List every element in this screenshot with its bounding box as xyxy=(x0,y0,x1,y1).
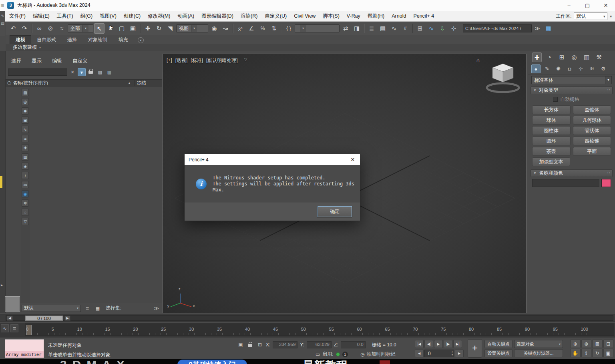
selection-lock-icon[interactable] xyxy=(247,342,254,348)
unlink-selection-icon[interactable]: ⊘ xyxy=(45,23,56,34)
isolate-grid-icon[interactable]: ▦ xyxy=(543,23,554,34)
viewport-shading-menu[interactable]: [默认明暗处理] xyxy=(206,57,238,64)
chevron-down-icon[interactable]: ▾ xyxy=(610,14,612,18)
maximize-viewport-icon[interactable]: ▣ xyxy=(603,349,614,357)
primitive-button[interactable]: 管状体 xyxy=(573,126,611,135)
menu-item[interactable]: 文件(F) xyxy=(6,11,29,21)
search-input[interactable] xyxy=(8,68,67,76)
helpers-category-icon[interactable]: ⊹ xyxy=(576,64,585,73)
selected-object-dropdown[interactable]: 选定对象 ▾ xyxy=(514,340,563,348)
create-tab-icon[interactable]: ✚ xyxy=(532,52,542,62)
display-lights-icon[interactable]: ✺ xyxy=(22,107,29,115)
absolute-mode-icon[interactable]: ⊞ xyxy=(256,342,263,348)
display-xrefs-icon[interactable]: ◈ xyxy=(22,163,29,170)
enabled-green-dot[interactable] xyxy=(336,352,340,356)
grid-list-icon[interactable]: ▦ xyxy=(94,305,102,312)
curve-editor-icon[interactable]: ∿ xyxy=(389,23,399,34)
object-color-swatch[interactable] xyxy=(601,179,611,187)
window-crossing-icon[interactable]: ▣ xyxy=(128,23,138,34)
edit-named-selection-sets-icon[interactable]: { } xyxy=(283,23,294,34)
percent-snap-icon[interactable]: % xyxy=(257,23,268,34)
utilities-tab-icon[interactable]: ⚒ xyxy=(594,52,604,62)
menu-item[interactable]: 视图(V) xyxy=(96,11,120,21)
spacewarps-category-icon[interactable]: ≋ xyxy=(587,64,597,73)
display-geometry-icon[interactable]: ◎ xyxy=(22,98,29,105)
mini-curve-editor-icon[interactable]: ∿ xyxy=(1,324,9,332)
object-name-field[interactable] xyxy=(532,179,599,187)
go-to-end-button[interactable]: ▶| xyxy=(453,340,462,348)
display-selection-icon[interactable]: ▽ xyxy=(22,218,29,225)
pen-tool-icon[interactable]: ✎ xyxy=(1,14,4,18)
display-tab-icon[interactable]: ▥ xyxy=(582,52,591,62)
display-shapes-icon[interactable]: ∿ xyxy=(22,126,29,133)
menu-item[interactable]: V-Ray xyxy=(343,11,364,21)
ribbon-tab[interactable]: 建模 xyxy=(10,35,31,44)
display-frozen-icon[interactable]: ❄ xyxy=(22,199,29,207)
selection-range-icon[interactable]: ≣ xyxy=(10,324,18,332)
x-coordinate-field[interactable]: 334.959 xyxy=(273,341,297,348)
geometry-category-icon[interactable]: ● xyxy=(531,64,541,73)
display-hidden-icon[interactable]: ◌ xyxy=(22,209,29,216)
modify-tab-icon[interactable]: ◔ xyxy=(545,52,554,62)
motion-tab-icon[interactable]: ◎ xyxy=(569,52,579,62)
name-column-header[interactable]: 名称(按升序排序) ▲ xyxy=(13,80,134,86)
select-object-icon[interactable]: ↖ xyxy=(94,23,105,34)
text-plus-button[interactable]: 加强型文本 xyxy=(532,157,570,166)
ribbon-tab[interactable]: 对象绘制 xyxy=(82,36,113,44)
current-frame-field[interactable]: 0 ▴▾ xyxy=(424,350,454,357)
key-filters-button[interactable]: 关键点过滤器... xyxy=(514,349,563,357)
select-and-rotate-icon[interactable]: ↻ xyxy=(154,23,164,34)
systems-category-icon[interactable]: ⚙ xyxy=(599,64,608,73)
next-frame-button[interactable]: ▶ xyxy=(455,350,464,357)
viewport-pov-menu[interactable]: [透视] xyxy=(175,57,188,64)
new-scene-explorer-icon[interactable]: ▤ xyxy=(96,68,104,76)
menu-item[interactable]: Pencil+ 4 xyxy=(410,11,438,21)
play-button[interactable]: ▶ xyxy=(434,340,443,348)
zoom-icon[interactable]: ⊕ xyxy=(570,340,581,348)
per-view-filter-icon[interactable]: ▽ xyxy=(244,57,247,64)
set-keys-button[interactable]: + xyxy=(468,339,482,358)
reference-coordinate-dropdown[interactable]: 视图 ▾ xyxy=(176,24,208,32)
select-and-scale-icon[interactable]: ◥ xyxy=(165,23,175,34)
previous-frame-button[interactable]: ◀ xyxy=(7,316,13,321)
primitive-button[interactable]: 几何球体 xyxy=(573,116,611,125)
menu-item[interactable]: 工具(T) xyxy=(53,11,77,21)
display-bones-icon[interactable]: ≀ xyxy=(22,172,29,179)
rectangular-selection-region-icon[interactable]: ▢ xyxy=(117,23,127,34)
view-cube[interactable]: ⌂ xyxy=(474,56,526,96)
time-slider-track[interactable]: ◀ 0 / 100 ▶ xyxy=(6,315,613,321)
primitive-category-dropdown[interactable]: 标准基体 ▼ xyxy=(531,76,612,84)
explorer-preset-dropdown[interactable]: 默认 ▾ xyxy=(22,305,81,312)
go-to-start-button[interactable]: |◀ xyxy=(415,340,424,348)
zoom-region-icon[interactable]: ⊡ xyxy=(603,340,614,348)
minimize-button[interactable]: – xyxy=(560,0,578,11)
filter-funnel-icon[interactable]: ▼ xyxy=(78,68,86,76)
project-folder-field[interactable]: C:\Users\Ad⋯ds Max 2024 \ xyxy=(463,24,532,32)
menu-item[interactable]: 帮助(H) xyxy=(364,11,388,21)
zoom-extents-icon[interactable]: ⊠ xyxy=(592,340,603,348)
previous-key-button[interactable]: ◀| xyxy=(424,340,433,348)
menu-item[interactable]: 脚本(S) xyxy=(319,11,343,21)
menu-item[interactable]: 动画(A) xyxy=(174,11,198,21)
display-spacewarps-icon[interactable]: ≋ xyxy=(22,135,29,142)
explorer-settings-icon[interactable]: ▥ xyxy=(105,68,113,76)
isolate-selection-icon[interactable]: ▣ xyxy=(237,342,244,348)
toolbar-overflow-button[interactable]: ≫ xyxy=(533,26,543,31)
primitive-button[interactable]: 圆环 xyxy=(532,137,571,145)
undo-icon[interactable]: ↶ xyxy=(8,23,18,34)
menu-item[interactable]: 创建(C) xyxy=(120,11,144,21)
pan-icon[interactable]: ✋ xyxy=(570,349,581,357)
schematic-view-icon[interactable]: # xyxy=(400,23,410,34)
display-everything-icon[interactable]: ▤ xyxy=(22,89,29,96)
layer-list-icon[interactable]: ≣ xyxy=(83,305,91,312)
render-region-icon[interactable]: ⊹ xyxy=(448,23,459,34)
more-options-button[interactable]: ≫ xyxy=(154,306,162,311)
viewport-general-menu[interactable]: [+] xyxy=(167,57,172,64)
dialog-close-icon[interactable]: ✕ xyxy=(346,154,360,165)
shapes-category-icon[interactable]: ✎ xyxy=(543,64,552,73)
explorer-menu-item[interactable]: 显示 xyxy=(32,58,42,64)
ribbon-tab[interactable]: 选择 xyxy=(62,36,82,44)
orbit-icon[interactable]: ↻ xyxy=(592,349,603,357)
select-and-manipulate-icon[interactable]: ↝ xyxy=(220,23,231,34)
add-time-tag-button[interactable]: 添加时间标记 xyxy=(366,351,395,358)
